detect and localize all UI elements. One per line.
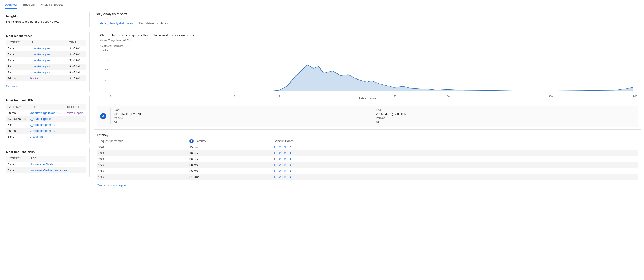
freq-rpcs-title: Most frequent RPCs xyxy=(6,150,86,154)
insights-panel: Insights No insights to report for the p… xyxy=(3,12,90,27)
uri-link[interactable]: /_ah/start xyxy=(30,135,43,138)
table-row: 6 ms/_monitoring/test...9:46 AM xyxy=(6,46,86,52)
end-value: 2016-04-12 (17:00:00) xyxy=(376,112,635,116)
sample-trace-link[interactable]: 1 xyxy=(274,157,275,161)
sample-trace-link[interactable]: 4 xyxy=(290,151,291,155)
sample-trace-link[interactable]: 3 xyxy=(284,169,286,173)
rpc-link[interactable]: /logservice.Flush xyxy=(30,163,53,166)
create-report-link[interactable]: Create analysis report xyxy=(97,184,126,187)
table-row: 50%18 ms1234 xyxy=(97,150,638,156)
chart-ylabel: % of total requests xyxy=(100,44,635,48)
latency-cell: 18 ms xyxy=(190,151,272,155)
sample-trace-link[interactable]: 2 xyxy=(279,163,280,167)
sample-trace-link[interactable]: 3 xyxy=(284,151,286,155)
module-label: Module xyxy=(114,116,372,120)
sample-trace-link[interactable]: 2 xyxy=(279,157,280,161)
col-latency: LATENCY xyxy=(6,40,28,46)
latency-cell: 4 ms xyxy=(6,70,28,76)
latency-cell: 0 ms xyxy=(6,162,29,168)
top-tabs: Overview Trace List Analysis Reports xyxy=(0,0,644,9)
sample-trace-link[interactable]: 2 xyxy=(279,175,280,179)
tab-cumulative[interactable]: Cumulative distribution xyxy=(139,20,169,27)
uri-link[interactable]: /books?pageToken=123 xyxy=(30,111,62,114)
sample-cell: 1234 xyxy=(274,169,637,173)
uri-link[interactable]: /_ah/background xyxy=(30,117,53,120)
recent-traces-title: Most recent traces xyxy=(6,34,86,38)
percentile-cell: 25% xyxy=(98,145,188,150)
daily-title: Daily analysis reports xyxy=(94,12,641,16)
sample-trace-link[interactable]: 4 xyxy=(290,163,291,167)
table-row: 8 ms/_monitoring/test...9:46 AM xyxy=(6,64,86,70)
col-time: TIME xyxy=(68,40,86,46)
sample-trace-link[interactable]: 4 xyxy=(290,157,291,161)
latency-cell: 30 ms xyxy=(190,157,272,161)
run-info: A Start 2016-04-11 (17:00:00) Module All… xyxy=(97,106,638,127)
view-report-link[interactable]: View Report xyxy=(67,111,83,114)
uri-link[interactable]: /books xyxy=(29,77,38,80)
version-value: All xyxy=(376,120,635,124)
table-row: 98%55 ms1234 xyxy=(97,168,638,174)
x-tick: 40 xyxy=(394,95,396,98)
y-tick: 8.0 xyxy=(104,69,108,72)
rpc-link[interactable]: /modules.GetNumInstances xyxy=(30,168,67,172)
sample-trace-link[interactable]: 2 xyxy=(279,145,280,150)
col-report: REPORT xyxy=(66,104,86,110)
uri-link[interactable]: /_monitoring/test... xyxy=(29,58,54,62)
x-tick: 300 xyxy=(548,95,553,98)
sample-trace-link[interactable]: 1 xyxy=(274,163,275,167)
table-row: 29 ms/books?pageToken=123View Report xyxy=(6,110,86,116)
percentile-cell: 50% xyxy=(98,151,188,155)
sample-trace-link[interactable]: 4 xyxy=(290,145,291,150)
sample-trace-link[interactable]: 2 xyxy=(279,151,280,155)
insights-text: No insights to report for the past 7 day… xyxy=(6,20,86,24)
start-label: Start xyxy=(114,108,372,112)
percentile-cell: 98% xyxy=(98,169,188,173)
tab-overview[interactable]: Overview xyxy=(4,2,17,9)
latency-section-title: Latency xyxy=(97,133,638,138)
col-latency: LATENCY xyxy=(6,156,29,162)
table-row: 0 ms/logservice.Flush xyxy=(6,162,86,168)
end-label: End xyxy=(376,108,635,112)
sample-cell: 1234 xyxy=(274,151,637,155)
table-row: 0 ms/modules.GetNumInstances xyxy=(6,168,86,174)
see-more-link[interactable]: See more … xyxy=(6,84,23,88)
sample-trace-link[interactable]: 3 xyxy=(284,145,286,150)
uri-link[interactable]: /_monitoring/test... xyxy=(29,71,54,74)
latency-cell: 24 ms xyxy=(6,76,28,82)
col-percentile: Request percentile xyxy=(98,139,188,143)
percentile-cell: 95% xyxy=(98,163,188,167)
sample-trace-link[interactable]: 1 xyxy=(274,151,275,155)
percentile-cell: 99% xyxy=(98,175,188,179)
uri-link[interactable]: /_monitoring/test... xyxy=(29,47,54,50)
sample-trace-link[interactable]: 1 xyxy=(274,145,275,150)
tab-density[interactable]: Latency density distribution xyxy=(98,20,134,27)
table-row: 7 ms/_monitoring/test... xyxy=(6,122,86,128)
uri-link[interactable]: /_monitoring/test... xyxy=(30,129,55,132)
col-uri: URI xyxy=(29,104,66,110)
latency-cell: 38 ms xyxy=(190,163,272,167)
table-row: 5 ms/_monitoring/test...9:46 AM xyxy=(6,52,86,58)
sample-trace-link[interactable]: 2 xyxy=(279,169,280,173)
sample-trace-link[interactable]: 4 xyxy=(290,175,291,179)
x-tick: 9 xyxy=(279,95,280,98)
time-cell: 9:45 AM xyxy=(68,70,86,76)
sample-trace-link[interactable]: 4 xyxy=(290,169,291,173)
sample-trace-link[interactable]: 1 xyxy=(274,175,275,179)
time-cell: 9:45 AM xyxy=(68,76,86,82)
uri-link[interactable]: /_monitoring/test... xyxy=(29,65,54,68)
chart-subtabs: Latency density distribution Cumulative … xyxy=(94,19,641,28)
x-tick: 1 xyxy=(110,95,111,98)
uri-link[interactable]: /_monitoring/test... xyxy=(30,123,55,126)
chart-plot xyxy=(110,50,634,91)
table-row: 6 ms/_ah/start xyxy=(6,134,86,140)
sample-trace-link[interactable]: 3 xyxy=(284,175,286,179)
uri-link[interactable]: /_monitoring/test... xyxy=(29,52,54,56)
tab-trace-list[interactable]: Trace List xyxy=(22,2,36,9)
tab-analysis-reports[interactable]: Analysis Reports xyxy=(41,2,64,9)
sample-trace-link[interactable]: 3 xyxy=(284,157,286,161)
sample-trace-link[interactable]: 1 xyxy=(274,169,275,173)
report-badge: A xyxy=(100,113,106,119)
time-cell: 9:46 AM xyxy=(68,52,86,58)
latency-cell: 618 ms xyxy=(190,175,272,179)
sample-trace-link[interactable]: 3 xyxy=(284,163,286,167)
